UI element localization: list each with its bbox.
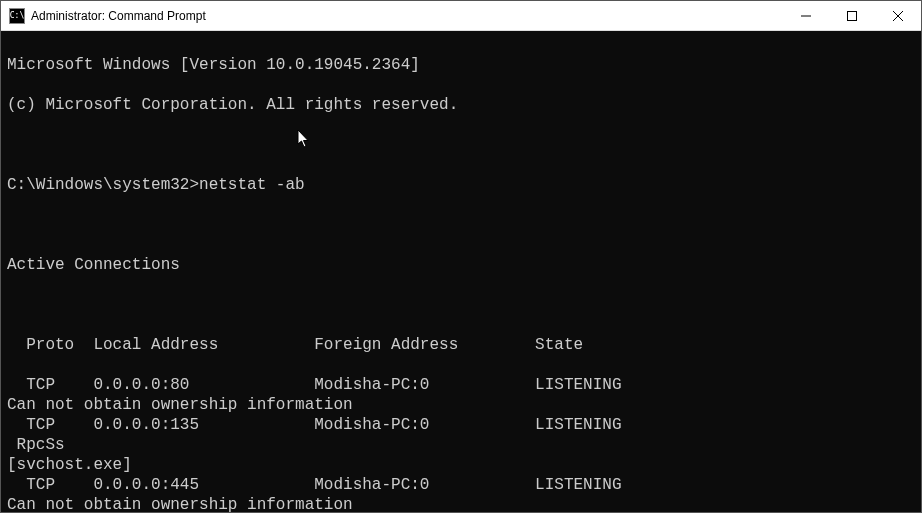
- prompt-line: C:\Windows\system32>netstat -ab: [7, 175, 915, 195]
- minimize-button[interactable]: [783, 1, 829, 31]
- close-button[interactable]: [875, 1, 921, 31]
- owner-line: [svchost.exe]: [7, 455, 915, 475]
- cmd-icon: C:\: [9, 8, 25, 24]
- blank-line: [7, 295, 915, 315]
- titlebar[interactable]: C:\ Administrator: Command Prompt: [1, 1, 921, 31]
- blank-line: [7, 215, 915, 235]
- maximize-button[interactable]: [829, 1, 875, 31]
- column-headers: Proto Local Address Foreign Address Stat…: [7, 335, 915, 355]
- prompt-path: C:\Windows\system32>: [7, 176, 199, 194]
- owner-line: RpcSs: [7, 435, 915, 455]
- owner-line: Can not obtain ownership information: [7, 495, 915, 513]
- connection-row: TCP 0.0.0.0:80 Modisha-PC:0 LISTENING: [7, 375, 915, 395]
- connection-row: TCP 0.0.0.0:135 Modisha-PC:0 LISTENING: [7, 415, 915, 435]
- terminal-output[interactable]: Microsoft Windows [Version 10.0.19045.23…: [1, 31, 921, 513]
- connection-row: TCP 0.0.0.0:445 Modisha-PC:0 LISTENING: [7, 475, 915, 495]
- header-line-1: Microsoft Windows [Version 10.0.19045.23…: [7, 55, 915, 75]
- prompt-command: netstat -ab: [199, 176, 305, 194]
- owner-line: Can not obtain ownership information: [7, 395, 915, 415]
- window-title: Administrator: Command Prompt: [31, 9, 206, 23]
- svg-rect-1: [848, 11, 857, 20]
- section-title: Active Connections: [7, 255, 915, 275]
- blank-line: [7, 135, 915, 155]
- header-line-2: (c) Microsoft Corporation. All rights re…: [7, 95, 915, 115]
